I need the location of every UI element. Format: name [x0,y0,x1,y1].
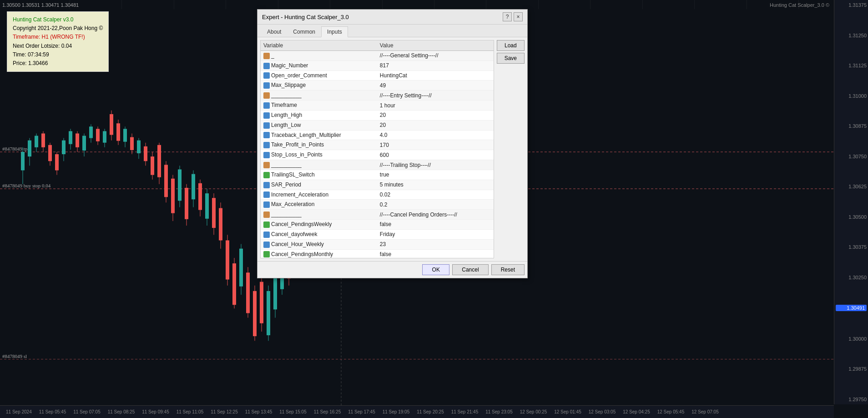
table-row-variable: Timeframe [261,101,377,111]
table-row[interactable]: Take_Profit_in_Points170 [261,140,494,150]
svg-rect-36 [123,129,127,141]
save-button[interactable]: Save [497,53,525,64]
params-table: Variable Value _//----General Setting---… [261,40,494,258]
table-row[interactable]: Cancel_PendingsMonthlyfalse [261,249,494,258]
table-row-variable: Open_order_Comment [261,71,377,81]
table-row[interactable]: Max_Slippage49 [261,81,494,91]
col-value: Value [377,40,494,51]
svg-rect-56 [192,174,195,200]
tab-about[interactable]: About [261,26,287,37]
row-icon [263,122,270,129]
table-row-value: //----Entry Setting----// [377,91,494,101]
table-row[interactable]: Magic_Number817 [261,60,494,71]
table-row-value: 5 minutes [377,180,494,190]
svg-text:#8478049 buy stop 0.04: #8478049 buy stop 0.04 [2,183,51,188]
table-row[interactable]: TrailingSL_Switchtrue [261,170,494,180]
time-label: 11 Sep 11:05 [173,409,207,414]
table-row-variable: _ [261,51,377,61]
price-label: 1.30000 [836,336,867,342]
table-row-variable: Magic_Number [261,60,377,71]
table-row-variable: Traceback_Length_Multiplier [261,130,377,140]
table-row[interactable]: Length_High20 [261,110,494,120]
time-label: 12 Sep 07:05 [688,409,722,414]
svg-rect-46 [157,145,161,177]
table-row[interactable]: Cancel_dayofweekFriday [261,229,494,239]
table-row-variable: __________ [261,91,377,101]
table-row-variable: Cancel_PendingsWeekly [261,220,377,230]
load-button[interactable]: Load [497,40,525,51]
col-variable: Variable [261,40,377,51]
price-label: 1.31000 [836,93,867,99]
tab-inputs[interactable]: Inputs [321,26,348,37]
price-label: 1.30250 [836,275,867,280]
svg-rect-50 [171,179,175,213]
ok-button[interactable]: OK [422,264,449,275]
svg-rect-10 [35,136,38,147]
svg-rect-62 [212,198,216,228]
row-icon [263,212,270,218]
table-row-value: true [377,170,494,180]
table-row[interactable]: Open_order_CommentHuntingCat [261,71,494,81]
price-label: 1.30625 [836,184,867,189]
tab-common[interactable]: Common [287,26,321,37]
row-icon [263,72,270,79]
close-button[interactable]: × [514,12,523,21]
info-line3: Timeframe: H1 (WRONG TF!) [13,33,103,41]
table-row[interactable]: Stop_Loss_in_Points600 [261,150,494,160]
svg-rect-8 [28,141,31,156]
modal-titlebar: Expert - Hunting Cat Scalper_3.0 ? × [257,10,527,25]
table-row-variable: Max_Slippage [261,81,377,91]
cancel-button[interactable]: Cancel [452,264,488,275]
price-label: 1.30750 [836,154,867,159]
modal-footer: OK Cancel Reset [257,261,527,278]
time-label: 11 Sep 07:05 [70,409,104,414]
table-row[interactable]: Cancel_PendingsWeeklyfalse [261,220,494,230]
chart-title: Hunting Cat Scalper_3.0 © [770,2,829,8]
table-row[interactable]: _//----General Setting----// [261,51,494,61]
info-line2: Copyright 2021-22,Poon Pak Hong © [13,24,103,33]
svg-rect-34 [116,123,120,141]
time-label: 11 Sep 08:25 [104,409,139,414]
table-row-variable: Length_High [261,110,377,120]
price-label: 1.30375 [836,244,867,250]
row-icon [263,172,270,178]
table-row[interactable]: __________//----Cancel Pending Orders---… [261,210,494,220]
price-label: 1.31375 [836,2,867,8]
row-icon [263,102,270,109]
svg-rect-72 [246,272,250,313]
svg-rect-16 [55,154,59,170]
svg-rect-30 [103,131,106,142]
table-row[interactable]: __________//----Entry Setting----// [261,91,494,101]
table-row[interactable]: Increment_Acceleration0.02 [261,190,494,200]
svg-rect-58 [198,183,202,210]
table-row[interactable]: __________//----Trailing Stop----// [261,160,494,170]
help-button[interactable]: ? [503,12,512,21]
table-row[interactable]: Max_Acceleration0.2 [261,200,494,210]
table-row-value: 0.02 [377,190,494,200]
reset-button[interactable]: Reset [491,264,525,275]
table-row[interactable]: Traceback_Length_Multiplier4.0 [261,130,494,140]
modal-dialog: Expert - Hunting Cat Scalper_3.0 ? × Abo… [257,9,528,278]
row-icon [263,112,270,119]
row-icon [263,232,270,238]
table-row[interactable]: Timeframe1 hour [261,101,494,111]
table-row[interactable]: Cancel_Hour_Weekly23 [261,239,494,249]
table-row[interactable]: Length_Low20 [261,120,494,130]
table-row-variable: SAR_Period [261,180,377,190]
table-row-value: false [377,249,494,258]
row-icon [263,63,270,69]
row-icon [263,182,270,188]
table-row-value: HuntingCat [377,71,494,81]
table-row-variable: Cancel_PendingsMonthly [261,249,377,258]
table-row-value: 0.2 [377,200,494,210]
time-label: 12 Sep 03:05 [585,409,620,414]
params-table-wrapper[interactable]: Variable Value _//----General Setting---… [260,40,494,258]
table-row[interactable]: SAR_Period5 minutes [261,180,494,190]
table-row-value: //----Cancel Pending Orders----// [377,210,494,220]
svg-rect-24 [82,136,86,151]
table-row-variable: Max_Acceleration [261,200,377,210]
table-row-value: 1 hour [377,101,494,111]
svg-rect-54 [185,188,188,219]
table-row-value: //----General Setting----// [377,51,494,61]
row-icon [263,201,270,208]
